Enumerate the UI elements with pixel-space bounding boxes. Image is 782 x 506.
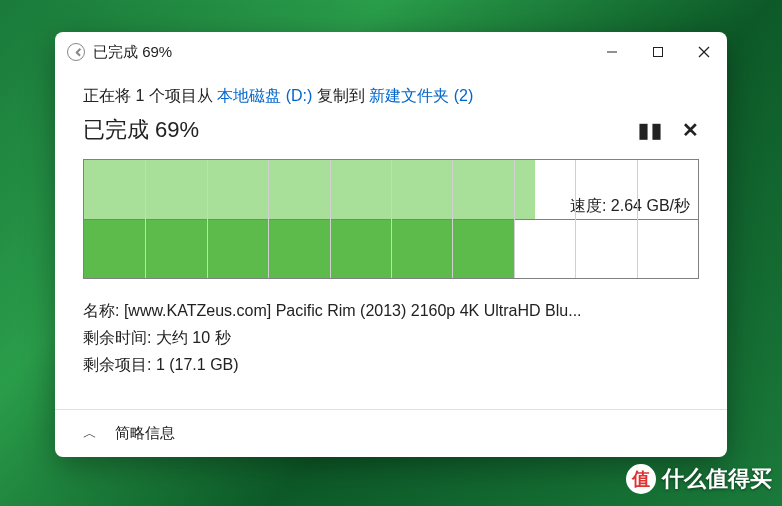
close-button[interactable] bbox=[681, 32, 727, 72]
maximize-button[interactable] bbox=[635, 32, 681, 72]
chart-top-fill bbox=[84, 160, 535, 219]
watermark-badge: 值 bbox=[626, 464, 656, 494]
detail-name: 名称: [www.KATZeus.com] Pacific Rim (2013)… bbox=[83, 297, 699, 324]
titlebar: 已完成 69% bbox=[55, 32, 727, 72]
detail-items: 剩余项目: 1 (17.1 GB) bbox=[83, 351, 699, 378]
progress-controls: ▮▮ ✕ bbox=[638, 120, 699, 140]
copy-details: 名称: [www.KATZeus.com] Pacific Rim (2013)… bbox=[83, 297, 699, 379]
chart-gridline bbox=[452, 160, 453, 278]
window-title: 已完成 69% bbox=[93, 43, 589, 62]
chart-gridline bbox=[575, 160, 576, 278]
pause-button[interactable]: ▮▮ bbox=[638, 120, 664, 140]
svg-rect-1 bbox=[654, 48, 663, 57]
chart-bottom-fill bbox=[84, 219, 514, 278]
chart-gridline bbox=[268, 160, 269, 278]
window-buttons bbox=[589, 32, 727, 72]
dialog-content: 正在将 1 个项目从 本地磁盘 (D:) 复制到 新建文件夹 (2) 已完成 6… bbox=[55, 72, 727, 409]
speed-label: 速度: 2.64 GB/秒 bbox=[568, 196, 692, 217]
detail-time: 剩余时间: 大约 10 秒 bbox=[83, 324, 699, 351]
chart-gridline bbox=[637, 160, 638, 278]
details-toggle[interactable]: 简略信息 bbox=[115, 424, 175, 443]
source-link[interactable]: 本地磁盘 (D:) bbox=[217, 87, 312, 104]
progress-header: 已完成 69% ▮▮ ✕ bbox=[83, 115, 699, 145]
chevron-up-icon[interactable]: ︿ bbox=[83, 425, 97, 443]
chart-gridline bbox=[145, 160, 146, 278]
minimize-button[interactable] bbox=[589, 32, 635, 72]
speed-chart: 速度: 2.64 GB/秒 bbox=[83, 159, 699, 279]
dest-link[interactable]: 新建文件夹 (2) bbox=[369, 87, 473, 104]
chart-gridline bbox=[391, 160, 392, 278]
progress-title: 已完成 69% bbox=[83, 115, 199, 145]
dialog-footer: ︿ 简略信息 bbox=[55, 409, 727, 457]
chart-gridline bbox=[207, 160, 208, 278]
chart-gridline bbox=[330, 160, 331, 278]
chart-gridline bbox=[514, 160, 515, 278]
copy-description: 正在将 1 个项目从 本地磁盘 (D:) 复制到 新建文件夹 (2) bbox=[83, 86, 699, 107]
cancel-button[interactable]: ✕ bbox=[682, 120, 699, 140]
copy-progress-dialog: 已完成 69% 正在将 1 个项目从 本地磁盘 (D:) 复制到 新建文件夹 (… bbox=[55, 32, 727, 457]
copy-mid: 复制到 bbox=[312, 87, 369, 104]
watermark-text: 什么值得买 bbox=[662, 464, 772, 494]
copy-prefix: 正在将 1 个项目从 bbox=[83, 87, 217, 104]
clock-icon bbox=[67, 43, 85, 61]
watermark: 值 什么值得买 bbox=[626, 464, 772, 494]
